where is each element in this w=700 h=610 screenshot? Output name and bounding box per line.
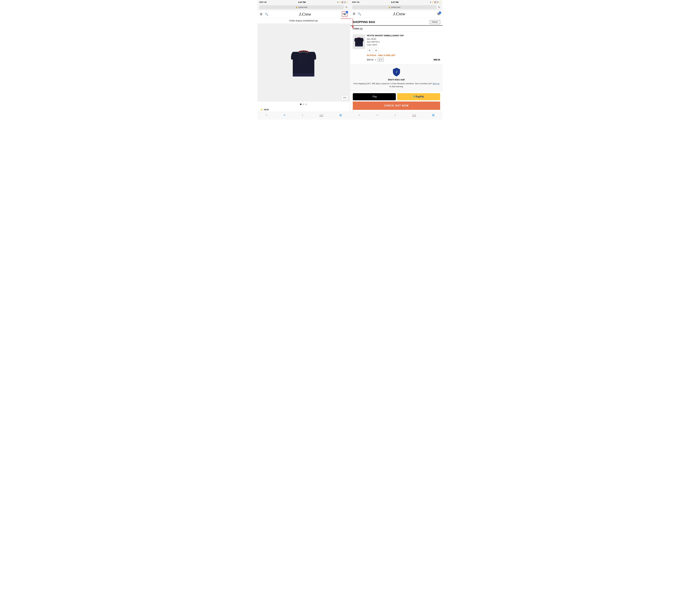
item-color: Color: NAVY <box>367 44 440 46</box>
apple-pay-button[interactable]: Pay <box>353 93 396 100</box>
product-image-left: ↗↙ <box>257 23 350 102</box>
battery-right <box>434 1 438 3</box>
checkout-button[interactable]: CHECK OUT NOW <box>353 101 440 110</box>
item-total: $98.00 <box>433 59 440 61</box>
browser-bar-left: < > ↑ 📖 ⧉ <box>257 112 350 119</box>
bag-header: SHOPPING BAG PRINT <box>350 18 443 26</box>
svg-rect-0 <box>293 52 314 77</box>
rewards-section: J Don't miss out! Free shipping (24/7, 3… <box>350 64 443 91</box>
address-bar-left: 🔒 jcrew.com ↻ <box>257 4 350 10</box>
tabs-btn-right[interactable]: ⧉ <box>431 113 436 117</box>
svg-point-3 <box>298 51 300 52</box>
logo-right: J.Crew <box>361 12 437 16</box>
apple-pay-label: Pay <box>372 95 377 98</box>
quantity-arrow: ▼ <box>381 59 382 61</box>
dot-2[interactable] <box>303 103 304 105</box>
cart-item: PETITE DRAPEY EMBELLISHED TOP Item J8140… <box>350 32 443 64</box>
bookmarks-btn-right[interactable]: 📖 <box>411 113 417 117</box>
svg-point-4 <box>300 51 301 52</box>
item-details: PETITE DRAPEY EMBELLISHED TOP Item J8140… <box>367 34 440 62</box>
url-pill-left[interactable]: 🔒 jcrew.com <box>259 5 344 9</box>
times-sign: x <box>375 59 376 61</box>
refresh-btn-left[interactable]: ↻ <box>345 6 348 9</box>
rewards-shield-icon: J <box>393 67 400 77</box>
network-right: 4G <box>357 1 360 3</box>
bag-badge-right: 1 <box>439 12 441 14</box>
payment-section: Pay P PayPal CHECK OUT NOW <box>350 91 443 112</box>
dot-1[interactable] <box>300 103 302 105</box>
remove-icon: ✕ <box>375 49 377 52</box>
item-size: Size: PETITE 4 <box>367 41 440 44</box>
dot-3[interactable] <box>305 103 307 105</box>
right-panel: AT&T 4G 3:47 PM ⌖ ⚡ ⚡ 🔒 jcrew.com <box>350 0 443 119</box>
remove-button[interactable]: ✕ <box>373 48 379 53</box>
bookmarks-btn-left[interactable]: 📖 <box>318 113 324 117</box>
product-title-left: Petite drapey embellished top <box>257 18 350 23</box>
paypal-label: PayPal <box>416 95 424 98</box>
svg-point-6 <box>303 50 304 51</box>
carousel-dots <box>257 102 350 107</box>
thumb-shirt-svg <box>353 35 364 48</box>
svg-point-22 <box>360 37 360 38</box>
svg-text:J: J <box>396 70 397 74</box>
bag-icon-left[interactable]: 🛍 1 <box>342 12 347 17</box>
item-thumbnail <box>353 34 365 49</box>
svg-point-12 <box>302 52 303 52</box>
new-badge-area: ⚡ NEW <box>257 107 350 112</box>
lock-icon-left: 🔒 <box>296 6 298 8</box>
bag-badge-left: 1 <box>346 11 348 13</box>
items-count: ITEMS (1) <box>350 26 443 32</box>
bag-title: SHOPPING BAG <box>353 20 375 24</box>
bag-icon-right[interactable]: 🛍 1 <box>437 12 440 16</box>
quantity-value: 1 <box>379 59 380 61</box>
battery-bolt-right: ⚡ <box>439 1 441 3</box>
new-label: NEW <box>264 109 269 111</box>
svg-point-7 <box>304 50 306 51</box>
url-text-left: jcrew.com <box>299 6 307 8</box>
search-icon-right[interactable]: 🔍 <box>358 12 361 16</box>
location-icon-left: ⌖ <box>337 1 338 3</box>
forward-btn-right[interactable]: > <box>375 113 380 117</box>
item-name: PETITE DRAPEY EMBELLISHED TOP <box>367 34 440 37</box>
search-icon-left[interactable]: 🔍 <box>265 13 268 16</box>
svg-point-5 <box>301 50 303 51</box>
print-button[interactable]: PRINT <box>430 20 440 24</box>
hamburger-icon-left[interactable]: ☰ <box>260 13 262 16</box>
lock-icon-right: 🔒 <box>388 6 391 8</box>
back-btn-left[interactable]: < <box>264 113 269 117</box>
back-btn-right[interactable]: < <box>357 113 362 117</box>
edit-icon: ✎ <box>369 49 370 52</box>
svg-point-9 <box>307 51 309 52</box>
url-pill-right[interactable]: 🔒 jcrew.com <box>352 5 437 9</box>
tabs-btn-left[interactable]: ⧉ <box>338 113 343 117</box>
battery-bolt-left: ⚡ <box>346 1 348 3</box>
quantity-selector[interactable]: 1 ▼ <box>378 58 384 62</box>
expand-button[interactable]: ↗↙ <box>341 95 348 100</box>
bluetooth-icon-left: ⚡ <box>339 1 341 3</box>
battery-left <box>342 1 346 3</box>
svg-point-14 <box>305 52 306 53</box>
rewards-headline: Don't miss out! <box>353 78 440 81</box>
forward-btn-left[interactable]: > <box>282 113 287 117</box>
edit-button[interactable]: ✎ <box>367 48 372 53</box>
url-text-right: jcrew.com <box>391 6 400 8</box>
sign-up-link[interactable]: Sign up <box>432 82 439 85</box>
status-bar-right: AT&T 4G 3:47 PM ⌖ ⚡ ⚡ <box>350 0 443 4</box>
logo-left: J.Crew <box>268 12 342 17</box>
unit-price: $98.00 <box>367 59 373 61</box>
share-btn-left[interactable]: ↑ <box>300 113 304 117</box>
rewards-body: Free shipping (24/7, 365 days a year) fo… <box>353 82 440 88</box>
svg-point-10 <box>299 52 300 53</box>
time-right: 3:47 PM <box>391 1 398 3</box>
hamburger-icon-right[interactable]: ☰ <box>353 12 355 16</box>
bluetooth-icon-right: ⚡ <box>432 1 434 3</box>
share-btn-right[interactable]: ↑ <box>393 113 397 117</box>
paypal-button[interactable]: P PayPal <box>397 93 440 100</box>
status-bar-left: AT&T 4G 3:47 PM ⌖ ⚡ ⚡ <box>257 0 350 4</box>
refresh-btn-right[interactable]: ↻ <box>438 6 441 9</box>
svg-point-8 <box>306 51 307 52</box>
carrier-left: AT&T <box>259 1 264 3</box>
left-panel: AT&T 4G 3:47 PM ⌖ ⚡ ⚡ 🔒 jcrew.com <box>257 0 350 119</box>
stock-status: IN STOCK – ONLY A FEW LEFT <box>367 54 440 57</box>
svg-rect-17 <box>355 45 363 46</box>
